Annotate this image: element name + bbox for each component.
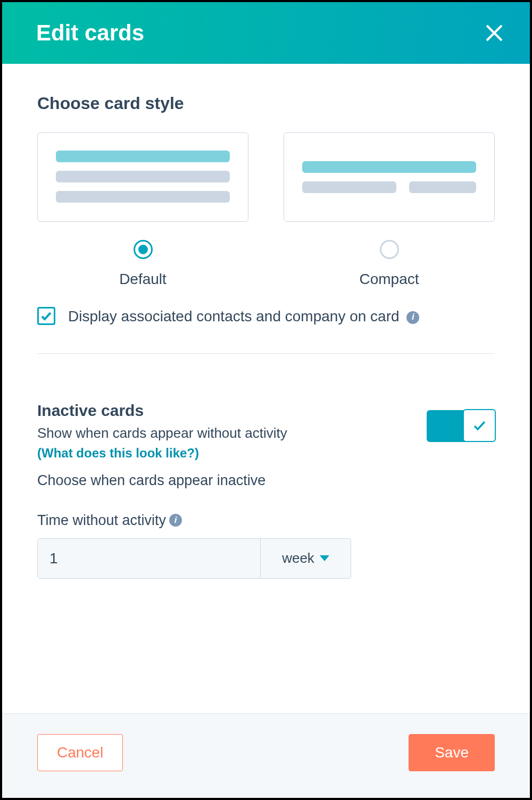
close-button[interactable] [482,21,506,45]
inactive-cards-subtitle: Show when cards appear without activity [37,425,427,441]
radio-compact-label: Compact [359,271,419,288]
preview-bar [56,191,230,203]
duration-unit-select[interactable]: week [260,539,351,578]
time-without-activity-label: Time without activity i [37,512,495,529]
display-associated-text: Display associated contacts and company … [68,308,400,324]
what-does-this-look-like-link[interactable]: (What does this look like?) [37,446,427,461]
duration-unit-label: week [282,550,314,566]
edit-cards-modal: Edit cards Choose card style Default [0,0,532,800]
card-style-options: Default Compact [37,132,495,288]
time-without-activity-control: week [37,538,351,579]
duration-value-input[interactable] [38,539,260,578]
modal-header: Edit cards [2,2,530,64]
preview-bar [302,161,476,173]
check-icon [40,310,53,322]
inactive-cards-section: Inactive cards Show when cards appear wi… [37,402,495,579]
card-style-compact[interactable]: Compact [284,132,495,288]
close-icon [485,23,504,43]
toggle-knob [463,409,496,442]
modal-content: Choose card style Default [2,64,530,713]
radio-default[interactable] [134,240,153,259]
card-style-heading: Choose card style [37,94,495,113]
twa-text: Time without activity [37,512,166,529]
modal-footer: Cancel Save [2,713,530,798]
card-style-default[interactable]: Default [37,132,248,288]
display-associated-row: Display associated contacts and company … [37,306,495,354]
preview-bar [302,181,396,193]
save-button[interactable]: Save [409,734,495,771]
compact-preview [284,132,495,222]
preview-bar [409,181,476,193]
check-icon [471,418,487,434]
inactive-toggle[interactable] [427,410,495,442]
preview-bar [56,171,230,182]
caret-down-icon [320,555,329,561]
radio-compact[interactable] [380,240,399,259]
inactive-cards-title: Inactive cards [37,402,427,420]
modal-title: Edit cards [36,20,144,46]
default-preview [37,132,248,222]
info-icon[interactable]: i [406,311,419,324]
display-associated-checkbox[interactable] [37,307,55,325]
inactive-header-row: Inactive cards Show when cards appear wi… [37,402,495,461]
radio-default-label: Default [119,271,167,288]
preview-bar [56,151,230,162]
info-icon[interactable]: i [169,514,182,527]
choose-when-text: Choose when cards appear inactive [37,472,495,489]
display-associated-label: Display associated contacts and company … [68,306,419,328]
cancel-button[interactable]: Cancel [37,734,123,771]
